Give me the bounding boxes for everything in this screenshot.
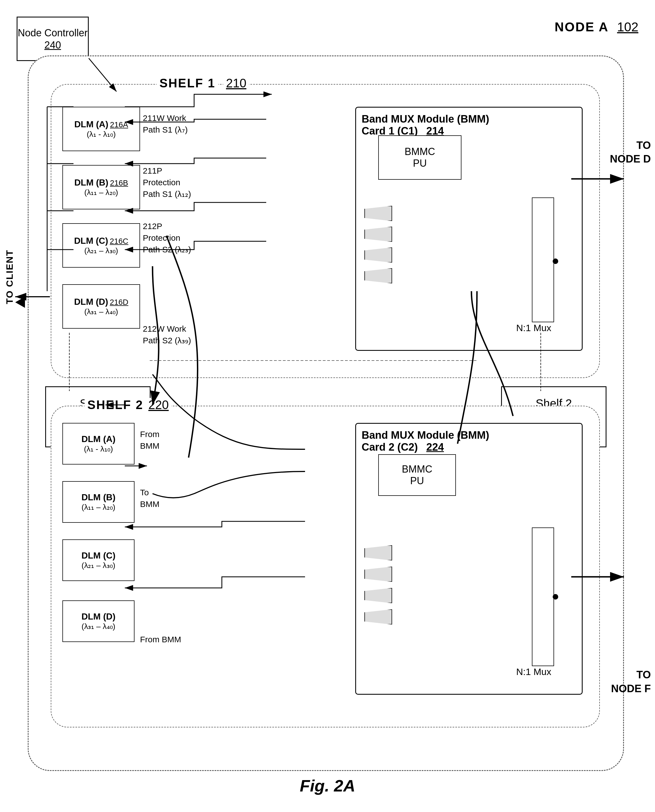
dlm-b-shelf1: DLM (B) 216B (λ₁₁ – λ₂₀) xyxy=(62,165,140,209)
from-bmm-a-label: From BMM xyxy=(140,429,160,452)
shelf2-area: SHELF 2 220 DLM (A) (λ₁ - λ₁₀) DLM (B) (… xyxy=(51,406,600,727)
path-212p-label: 212P Protection Path S2 (λ₂₃) xyxy=(143,220,191,255)
dlm-c-ref: 216C xyxy=(110,237,128,246)
bmmc-pu-shelf1: BMMC PU xyxy=(378,135,461,180)
shelf1-area: SHELF 1 210 DLM (A) 216A (λ₁ - λ₁₀) DLM … xyxy=(51,84,600,378)
dot-connector-shelf2 xyxy=(553,594,558,600)
to-client-label: TO CLIENT xyxy=(4,249,15,304)
shelf1-ref: 210 xyxy=(223,76,249,90)
figure-caption: Fig. 2A xyxy=(300,776,355,795)
to-client-arrow xyxy=(15,297,25,308)
from-bmm-d-label: From BMM xyxy=(140,634,181,645)
n1-mux-shelf2: N:1 Mux xyxy=(516,666,551,677)
dlm-a-ref: 216A xyxy=(110,120,128,129)
node-controller-box: Node Controller 240 xyxy=(17,17,89,61)
page: Node Controller 240 NODE A 102 SHELF 1 2… xyxy=(0,0,655,812)
shelf1-label: SHELF 1 xyxy=(157,76,218,90)
bmm-card1-title: Band MUX Module (BMM) Card 1 (C1) 214 xyxy=(361,113,489,137)
node-a-boundary: SHELF 1 210 DLM (A) 216A (λ₁ - λ₁₀) DLM … xyxy=(28,55,624,771)
bmm-card2-connectors xyxy=(364,545,392,624)
bmm-card1: Band MUX Module (BMM) Card 1 (C1) 214 BM… xyxy=(355,107,583,351)
dlm-d-shelf2: DLM (D) (λ₃₁ – λ₄₀) xyxy=(62,600,134,642)
shelf2-label: SHELF 2 xyxy=(85,398,146,412)
dot-connector-shelf1 xyxy=(553,258,558,264)
connector-shelf2-2 xyxy=(364,567,392,582)
dlm-b-ref: 216B xyxy=(110,178,128,188)
dlm-d-shelf1: DLM (D) 216D (λ₃₁ – λ₄₀) xyxy=(62,284,140,329)
to-node-d-label: TO NODE D xyxy=(610,138,651,166)
path-211w-label: 211W Work Path S1 (λ₇) xyxy=(143,112,188,135)
dlm-d-wave: (λ₃₁ – λ₄₀) xyxy=(84,307,118,316)
dlm-d-title: DLM (D) xyxy=(74,297,108,307)
node-a-ref: 102 xyxy=(617,19,638,34)
connector-2 xyxy=(364,226,392,242)
mux-rect-shelf2 xyxy=(532,527,554,666)
connector-3 xyxy=(364,248,392,263)
dlm-a-wave: (λ₁ - λ₁₀) xyxy=(87,129,116,138)
n1-mux-shelf1: N:1 Mux xyxy=(516,323,551,333)
node-controller-ref: 240 xyxy=(45,39,61,51)
shelf2-ref: 220 xyxy=(146,398,171,412)
dlm-b-wave: (λ₁₁ – λ₂₀) xyxy=(84,188,118,197)
connector-1 xyxy=(364,206,392,221)
node-a-header: NODE A 102 xyxy=(555,19,638,34)
dlm-c-shelf1: DLM (C) 216C (λ₂₁ – λ₃₀) xyxy=(62,223,140,268)
bmm-card2-title: Band MUX Module (BMM) Card 2 (C2) 224 xyxy=(361,429,489,453)
bmm-card2: Band MUX Module (BMM) Card 2 (C2) 224 BM… xyxy=(355,423,583,695)
dlm-d-ref: 216D xyxy=(110,298,128,307)
bmmc-pu-shelf2: BMMC PU xyxy=(378,454,456,496)
dlm-a-title: DLM (A) xyxy=(74,119,108,129)
dlm-b-title: DLM (B) xyxy=(74,177,108,188)
bmm-card1-connectors xyxy=(364,206,392,283)
node-a-label: NODE A xyxy=(555,19,609,34)
dlm-c-title: DLM (C) xyxy=(74,236,108,246)
connector-4 xyxy=(364,268,392,283)
dlm-b-shelf2: DLM (B) (λ₁₁ – λ₂₀) xyxy=(62,481,134,523)
path-211p-label: 211P Protection Path S1 (λ₁₂) xyxy=(143,165,191,200)
node-controller-label: Node Controller xyxy=(18,27,88,40)
dlm-a-shelf1: DLM (A) 216A (λ₁ - λ₁₀) xyxy=(62,107,140,151)
dlm-a-shelf2: DLM (A) (λ₁ - λ₁₀) xyxy=(62,423,134,464)
connector-shelf2-4 xyxy=(364,609,392,624)
to-bmm-b-label: To BMM xyxy=(140,487,160,510)
to-node-f-label: TO NODE F xyxy=(611,668,651,695)
connector-shelf2-3 xyxy=(364,588,392,603)
mux-rect-shelf1 xyxy=(532,197,554,322)
connector-shelf2-1 xyxy=(364,545,392,560)
dlm-c-shelf2: DLM (C) (λ₂₁ – λ₃₀) xyxy=(62,540,134,581)
path-212w-label: 212W Work Path S2 (λ₃₉) xyxy=(143,323,191,346)
dlm-c-wave: (λ₂₁ – λ₃₀) xyxy=(84,246,118,255)
